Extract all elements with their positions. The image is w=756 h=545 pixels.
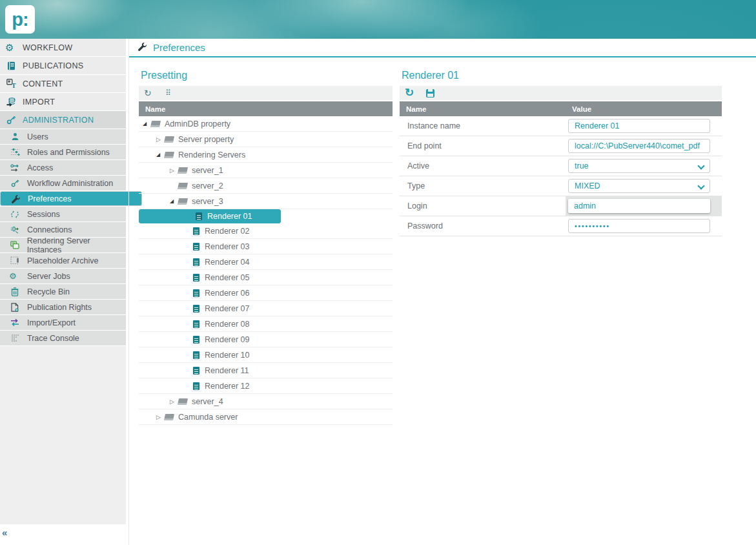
wrench-icon (136, 41, 148, 54)
sidebar-item-label: Sessions (27, 210, 60, 219)
sidebar-item-users[interactable]: Users (0, 129, 126, 144)
sidebar-item-placeholder-archive[interactable]: Placeholder Archive (0, 253, 126, 268)
tree-node-renderer-08[interactable]: Renderer 08 (139, 316, 393, 332)
sidebar-item-administration[interactable]: ADMINISTRATION (0, 111, 126, 129)
tree-node-label: Renderer 03 (205, 242, 250, 251)
field-name: Password (400, 216, 566, 236)
tree-node-label: AdminDB property (165, 119, 230, 129)
tree-node-renderer-12[interactable]: Renderer 12 (139, 378, 393, 394)
sidebar-item-trace-console[interactable]: Trace Console (0, 331, 126, 345)
tree-node-renderer-01[interactable]: Renderer 01 (139, 209, 281, 223)
collapse-sidebar-button[interactable]: « (2, 527, 7, 538)
tree-node-label: server_3 (192, 197, 223, 206)
instance-name-input[interactable] (568, 119, 710, 133)
column-header-name: Name (139, 105, 165, 113)
tree-node-label: Renderer 02 (205, 227, 250, 236)
tree-node-label: server_4 (192, 397, 223, 406)
expander-expanded-icon[interactable]: ◢ (143, 121, 151, 127)
field-name: Active (400, 156, 566, 176)
folder-icon (164, 414, 174, 420)
app-logo[interactable]: p: (5, 5, 35, 34)
sidebar-item-workflow-administration[interactable]: Workflow Administration (0, 176, 126, 190)
folder-icon (164, 136, 174, 143)
jobs-gear-icon: ⚙ (9, 271, 21, 282)
tree-node-renderer-07[interactable]: Renderer 07 (139, 301, 393, 316)
field-name: Type (400, 176, 566, 196)
field-value-cell (566, 136, 722, 156)
tree-node-renderer-05[interactable]: Renderer 05 (139, 270, 393, 285)
tree-node-label: Server property (178, 135, 234, 144)
tree-node-camunda-server[interactable]: ▷Camunda server (139, 409, 393, 425)
tree-node-renderer-09[interactable]: Renderer 09 (139, 332, 393, 347)
doc-icon (193, 336, 199, 344)
sidebar-item-connections[interactable]: Connections (0, 222, 126, 237)
sidebar-item-publications[interactable]: PUBLICATIONS (0, 57, 126, 74)
tree-node-label: Renderer 05 (205, 273, 250, 282)
expander-expanded-icon[interactable]: ◢ (170, 198, 178, 204)
expander-collapsed-icon[interactable]: ▷ (156, 414, 165, 420)
tree-node-label: Rendering Servers (178, 150, 245, 159)
tree-node-admindb-property[interactable]: ◢AdminDB property (139, 116, 393, 132)
sidebar-item-roles-and-permissions[interactable]: Roles and Permissions (0, 145, 126, 159)
expander-collapsed-icon[interactable]: ▷ (156, 136, 165, 143)
sidebar-item-import-export[interactable]: Import/Export (0, 315, 126, 330)
doc-icon (193, 351, 199, 359)
page-rights-icon (9, 302, 21, 313)
save-icon[interactable] (426, 89, 434, 98)
tree-node-renderer-04[interactable]: Renderer 04 (139, 254, 393, 270)
placeholder-icon (9, 256, 21, 266)
tree-node-server-2[interactable]: server_2 (139, 178, 393, 194)
tree-node-server-4[interactable]: ▷server_4 (139, 394, 393, 409)
tree-node-rendering-servers[interactable]: ◢Rendering Servers (139, 147, 393, 163)
sidebar-item-rendering-server-instances[interactable]: Rendering Server Instances (0, 238, 126, 252)
sidebar-item-label: Users (27, 132, 48, 141)
sidebar-item-sessions[interactable]: Sessions (0, 207, 126, 221)
sidebar-item-publication-rights[interactable]: Publication Rights (0, 300, 126, 314)
reload-tree-icon[interactable]: ↻ (144, 88, 156, 98)
expand-nodes-icon[interactable]: ⠿ (165, 88, 177, 98)
expander-collapsed-icon[interactable]: ▷ (170, 398, 178, 405)
sidebar-filler (0, 346, 126, 524)
refresh-icon[interactable]: ↻ (405, 88, 416, 98)
chevron-down-icon (697, 182, 704, 189)
roles-icon (9, 147, 21, 158)
sidebar-item-content[interactable]: TCONTENT (0, 75, 126, 92)
sidebar-item-preferences[interactable]: Preferences (0, 191, 142, 206)
sidebar-item-access[interactable]: Access (0, 160, 126, 175)
sidebar-item-label: Trace Console (27, 334, 79, 343)
type-select[interactable]: MIXED (568, 179, 710, 193)
tree-node-label: server_1 (192, 166, 223, 175)
password-input[interactable] (568, 219, 710, 233)
field-name: End point (400, 136, 566, 156)
tree-node-renderer-02[interactable]: Renderer 02 (139, 223, 393, 239)
tree-node-server-property[interactable]: ▷Server property (139, 132, 393, 147)
tree-node-server-1[interactable]: ▷server_1 (139, 163, 393, 178)
key-icon (5, 115, 17, 125)
folder-icon (150, 121, 161, 127)
server-stack-icon (9, 240, 21, 251)
tree-node-renderer-06[interactable]: Renderer 06 (139, 285, 393, 301)
tree-node-renderer-03[interactable]: Renderer 03 (139, 239, 393, 254)
select-value: MIXED (575, 181, 600, 190)
doc-icon (196, 212, 202, 220)
field-value-cell (566, 116, 722, 136)
login-input[interactable] (568, 199, 710, 213)
sidebar-item-workflow[interactable]: ⚙WORKFLOW (0, 39, 126, 56)
doc-icon (193, 367, 199, 375)
sidebar-item-import[interactable]: IMPORT (0, 93, 126, 110)
connections-icon (9, 225, 21, 235)
expander-expanded-icon[interactable]: ◢ (156, 152, 165, 158)
doc-icon (193, 258, 199, 266)
sidebar-item-recycle-bin[interactable]: Recycle Bin (0, 284, 126, 299)
tree-node-renderer-11[interactable]: Renderer 11 (139, 363, 393, 378)
tree-node-server-3[interactable]: ◢server_3 (139, 194, 393, 209)
sidebar-item-label: WORKFLOW (23, 43, 72, 52)
active-select[interactable]: true (568, 159, 710, 173)
sidebar-item-server-jobs[interactable]: ⚙Server Jobs (0, 269, 126, 283)
trace-grid-icon (9, 333, 21, 344)
sidebar-item-label: Server Jobs (27, 272, 70, 281)
end-point-input[interactable] (568, 139, 710, 153)
tree-node-label: Renderer 04 (205, 258, 250, 267)
expander-collapsed-icon[interactable]: ▷ (170, 167, 178, 174)
tree-node-renderer-10[interactable]: Renderer 10 (139, 347, 393, 363)
